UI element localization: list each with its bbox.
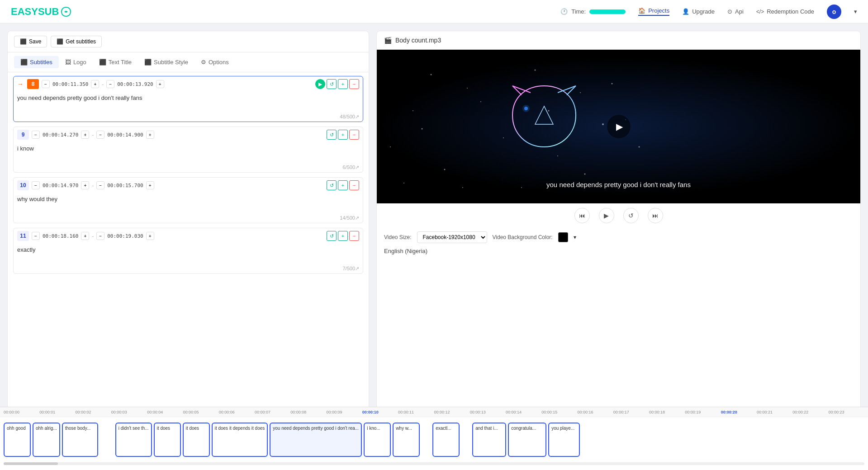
subtitle-item: 11 − 00:00:18.160 + - − 00:00:19.030 + ↺…	[13, 228, 363, 274]
start-plus-btn-8[interactable]: +	[91, 80, 99, 88]
bg-color-picker[interactable]	[558, 232, 568, 242]
skip-forward-button[interactable]: ⏭	[648, 208, 663, 223]
tab-options-icon: ⚙	[201, 59, 206, 66]
timeline-track[interactable]: ohh good ohh alrig... those body... i di…	[0, 417, 868, 462]
svg-point-1	[467, 88, 468, 89]
end-plus-btn-9[interactable]: +	[146, 131, 154, 139]
ruler-mark: 00:00:21	[757, 410, 775, 414]
end-minus-btn-9[interactable]: −	[96, 131, 104, 139]
navbar: EASY SUB 🕐 Time: 🏠 Projects 👤 Upgrade ⊙ …	[0, 0, 868, 24]
tab-logo[interactable]: 🖼 Logo	[59, 56, 93, 68]
svg-point-10	[503, 137, 504, 138]
video-controls: ⏮ ▶ ↺ ⏭	[377, 203, 860, 228]
projects-label: Projects	[648, 7, 669, 14]
end-minus-btn-11[interactable]: −	[96, 232, 104, 240]
remove-btn-9[interactable]: −	[349, 130, 359, 140]
play-button-overlay[interactable]: ▶	[607, 115, 631, 138]
timeline-clip[interactable]: i didn't see th...	[115, 423, 152, 457]
remove-btn-11[interactable]: −	[349, 231, 359, 241]
add-btn-8[interactable]: +	[338, 79, 348, 89]
subtitle-text-input-11[interactable]: exactly	[17, 246, 359, 263]
ruler-mark: 00:00:16	[578, 410, 596, 414]
timeline-clip[interactable]: why w...	[393, 423, 420, 457]
end-plus-btn-10[interactable]: +	[146, 181, 154, 189]
refresh-button[interactable]: ↺	[623, 208, 639, 223]
timeline-clip[interactable]: i kno...	[364, 423, 391, 457]
ruler-mark	[129, 410, 147, 414]
tab-subtitles[interactable]: ⬛ Subtitles	[14, 56, 59, 68]
char-count-8: 48/500↗	[14, 113, 363, 122]
nav-upgrade[interactable]: 👤 Upgrade	[682, 8, 715, 15]
play-pause-button[interactable]: ▶	[599, 208, 614, 223]
scroll-thumb[interactable]	[4, 462, 58, 465]
ruler-mark-current: 00:00:10	[362, 410, 380, 414]
video-filename: Body count.mp3	[395, 37, 441, 44]
api-label: Api	[735, 8, 744, 15]
tab-text-title-icon: ⬛	[99, 59, 106, 66]
start-plus-btn-11[interactable]: +	[81, 232, 89, 240]
end-minus-btn-10[interactable]: −	[96, 181, 104, 189]
timeline-clip[interactable]: ohh alrig...	[33, 423, 60, 457]
tab-options[interactable]: ⚙ Options	[194, 56, 235, 68]
app-logo[interactable]: EASY SUB	[11, 5, 72, 18]
nav-projects[interactable]: 🏠 Projects	[638, 7, 669, 16]
add-btn-10[interactable]: +	[338, 180, 348, 190]
play-btn-8[interactable]: ▶	[315, 79, 325, 89]
ruler-mark	[273, 410, 291, 414]
timeline-clip[interactable]: ohh good	[4, 423, 31, 457]
refresh-btn-8[interactable]: ↺	[327, 79, 337, 89]
end-plus-btn-8[interactable]: +	[156, 80, 164, 88]
video-size-select[interactable]: Facebook-1920x1080 YouTube-1920x1080 Squ…	[417, 231, 487, 243]
subtitle-text-input-8[interactable]: you need depends pretty good i don't rea…	[17, 94, 359, 111]
skip-back-button[interactable]: ⏮	[574, 208, 590, 223]
ruler-mark	[631, 410, 649, 414]
timeline-clip[interactable]: those body...	[62, 423, 98, 457]
nav-items: 🕐 Time: 🏠 Projects 👤 Upgrade ⊙ Api </> R…	[560, 5, 857, 19]
tab-subtitle-style[interactable]: ⬛ Subtitle Style	[138, 56, 194, 68]
start-minus-btn-8[interactable]: −	[42, 80, 50, 88]
timeline-clip[interactable]: it does	[154, 423, 181, 457]
code-icon: </>	[756, 9, 764, 15]
subtitle-text-input-10[interactable]: why would they	[17, 196, 359, 212]
get-subtitles-button[interactable]: ⬛ Get subtitles	[51, 36, 102, 47]
bg-color-chevron[interactable]: ▾	[574, 234, 576, 240]
remove-btn-10[interactable]: −	[349, 180, 359, 190]
start-minus-btn-10[interactable]: −	[32, 181, 40, 189]
timeline-clip[interactable]: it does it depends it does	[212, 423, 268, 457]
save-label: Save	[29, 38, 41, 45]
ruler-mark: 00:00:00	[4, 410, 22, 414]
start-minus-btn-11[interactable]: −	[32, 232, 40, 240]
avatar-chevron[interactable]: ▾	[854, 8, 857, 15]
subtitle-item: 9 − 00:00:14.270 + - − 00:00:14.900 + ↺ …	[13, 127, 363, 173]
timeline-clip[interactable]: exactl...	[432, 423, 460, 457]
timeline-clip[interactable]: congratula...	[508, 423, 546, 457]
timeline-clip[interactable]: you playe...	[548, 423, 580, 457]
add-btn-9[interactable]: +	[338, 130, 348, 140]
end-plus-btn-11[interactable]: +	[146, 232, 154, 240]
refresh-btn-10[interactable]: ↺	[327, 180, 337, 190]
save-button[interactable]: ⬛ Save	[14, 36, 47, 47]
ruler-mark: 00:00:04	[147, 410, 165, 414]
timeline-clip-active[interactable]: you need depends pretty good i don't rea…	[270, 423, 362, 457]
add-btn-11[interactable]: +	[338, 231, 348, 241]
start-plus-btn-9[interactable]: +	[81, 131, 89, 139]
start-minus-btn-9[interactable]: −	[32, 131, 40, 139]
timeline-clip[interactable]: and that i...	[472, 423, 506, 457]
subtitle-text-input-9[interactable]: i know	[17, 145, 359, 161]
tab-text-title[interactable]: ⬛ Text Title	[93, 56, 138, 68]
refresh-btn-9[interactable]: ↺	[327, 130, 337, 140]
end-minus-btn-8[interactable]: −	[106, 80, 114, 88]
end-time-10: 00:00:15.700	[107, 183, 143, 188]
timeline-scrollbar[interactable]	[0, 462, 868, 466]
subtitle-overlay-text: you need depends pretty good i don't rea…	[546, 181, 691, 188]
remove-btn-8[interactable]: −	[349, 79, 359, 89]
clip-text: it does	[157, 425, 178, 454]
refresh-btn-11[interactable]: ↺	[327, 231, 337, 241]
start-plus-btn-10[interactable]: +	[81, 181, 89, 189]
start-time-11: 00:00:18.160	[43, 233, 78, 239]
nav-redemption[interactable]: </> Redemption Code	[756, 8, 814, 15]
user-avatar[interactable]: o	[827, 5, 841, 19]
timeline-clip[interactable]: it does	[183, 423, 210, 457]
nav-api[interactable]: ⊙ Api	[727, 8, 744, 15]
end-time-8: 00:00:13.920	[117, 81, 153, 87]
